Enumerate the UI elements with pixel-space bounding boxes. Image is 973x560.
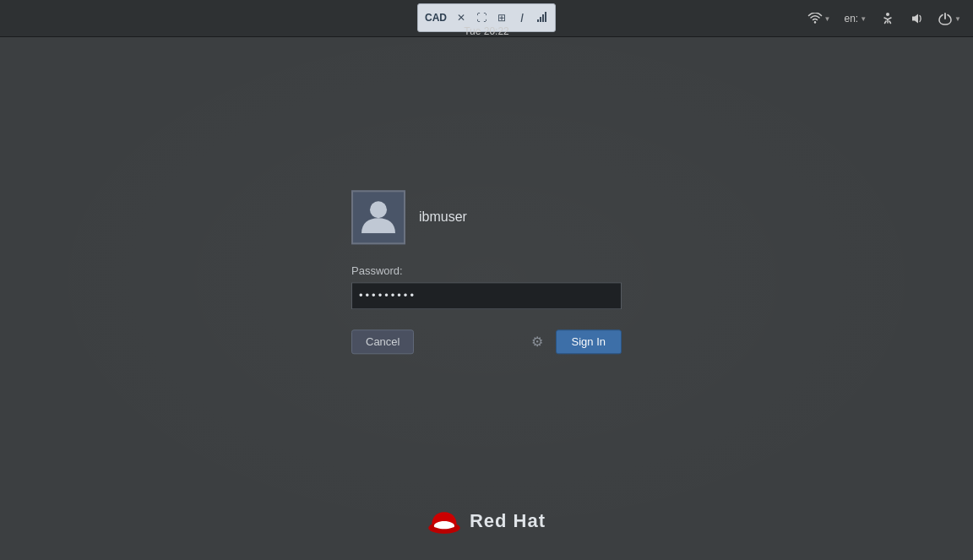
svg-point-5 — [886, 13, 889, 16]
redhat-text: Red Hat — [470, 510, 546, 532]
cad-fullscreen-btn[interactable]: ⛶ — [472, 8, 491, 27]
right-buttons: ⚙ Sign In — [525, 329, 622, 354]
accessibility-icon — [880, 11, 895, 26]
svg-rect-1 — [540, 17, 541, 22]
tray-network[interactable]: ▼ — [802, 8, 836, 30]
top-panel: CAD ✕ ⛶ ⊞ I Tue 20:22 — [0, 0, 973, 37]
avatar-icon — [361, 198, 395, 237]
cad-fullscreen-icon: ⛶ — [476, 12, 486, 24]
buttons-row: Cancel ⚙ Sign In — [351, 329, 622, 354]
settings-icon: ⚙ — [531, 334, 543, 350]
cad-grid-icon: ⊞ — [497, 12, 506, 24]
login-container: ibmuser Password: Cancel ⚙ Sign In — [351, 190, 622, 354]
username-display: ibmuser — [419, 209, 467, 225]
cad-chart-btn[interactable] — [533, 8, 552, 27]
language-chevron: ▼ — [860, 15, 867, 23]
redhat-hat-icon — [427, 508, 461, 535]
tray-language[interactable]: en: ▼ — [839, 9, 872, 28]
redhat-logo: Red Hat — [427, 508, 546, 535]
datetime-display: Tue 20:22 — [464, 25, 509, 37]
tray-accessibility[interactable] — [875, 8, 900, 30]
settings-button[interactable]: ⚙ — [525, 329, 549, 353]
power-chevron: ▼ — [954, 15, 961, 23]
tray-volume[interactable] — [904, 8, 929, 30]
svg-rect-2 — [542, 14, 544, 22]
cad-cursor-btn[interactable]: I — [513, 8, 531, 27]
password-label: Password: — [351, 264, 622, 277]
cancel-button[interactable]: Cancel — [351, 329, 414, 354]
tray-power[interactable]: ▼ — [932, 8, 966, 30]
svg-point-4 — [813, 21, 815, 23]
cad-cursor-icon: I — [520, 11, 524, 24]
network-chevron: ▼ — [824, 15, 831, 23]
password-input[interactable] — [351, 282, 622, 309]
signin-button[interactable]: Sign In — [556, 329, 622, 354]
cad-grid-btn[interactable]: ⊞ — [492, 8, 511, 27]
network-icon — [807, 11, 823, 26]
password-section: Password: — [351, 264, 622, 309]
cad-close-btn[interactable]: ✕ — [452, 8, 470, 27]
user-row: ibmuser — [351, 190, 622, 244]
volume-icon — [909, 11, 924, 26]
avatar — [351, 190, 405, 244]
system-tray: ▼ en: ▼ — [796, 0, 973, 37]
cad-chart-icon — [536, 11, 548, 25]
svg-rect-0 — [537, 19, 539, 22]
power-icon — [938, 11, 953, 26]
cad-close-icon: ✕ — [457, 12, 465, 24]
cad-label: CAD — [421, 12, 450, 24]
svg-point-6 — [370, 201, 387, 218]
language-label: en: — [844, 13, 858, 24]
svg-rect-3 — [545, 12, 546, 22]
